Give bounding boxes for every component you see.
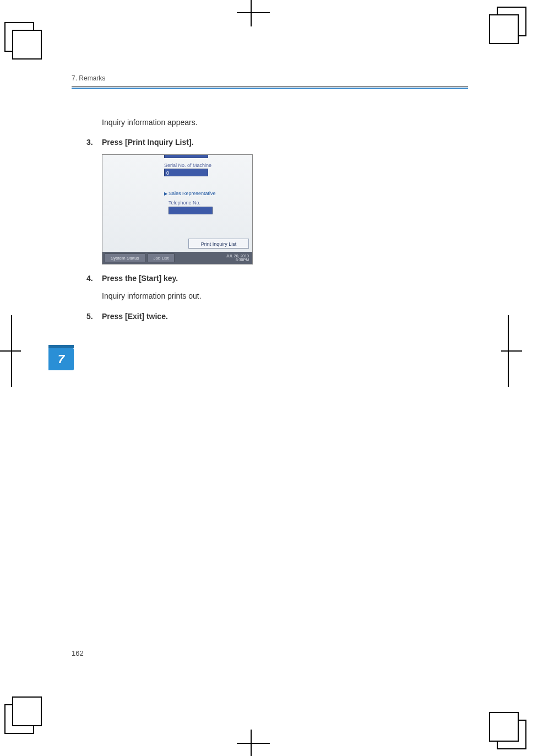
crop-mark <box>0 350 21 352</box>
step-title: Press the [Start] key. <box>102 274 178 283</box>
field-stub <box>164 155 208 158</box>
step-3: 3. Press [Print Inquiry List]. Serial No… <box>102 136 468 264</box>
crop-square <box>489 14 519 44</box>
step-number: 4. <box>86 272 93 284</box>
crop-mark <box>501 350 522 352</box>
crop-mark <box>237 12 270 13</box>
step-4: 4. Press the [Start] key. Inquiry inform… <box>102 272 468 303</box>
device-screenshot: Serial No. of Machine 0 Sales Representa… <box>102 154 253 264</box>
header-rule-accent <box>72 88 468 89</box>
step-title: Press [Exit] twice. <box>102 312 168 321</box>
telephone-field <box>169 207 213 214</box>
step-number: 5. <box>86 310 93 322</box>
crop-mark <box>237 743 270 744</box>
steps-list: 3. Press [Print Inquiry List]. Serial No… <box>102 136 468 322</box>
intro-line: Inquiry information appears. <box>102 116 468 128</box>
header-rule <box>72 86 468 87</box>
device-timestamp: JUL 20, 2010 6:30PM <box>226 254 249 262</box>
serial-value-field: 0 <box>164 169 208 176</box>
step-subtext: Inquiry information prints out. <box>102 290 468 302</box>
device-time: 6:30PM <box>226 258 249 262</box>
crop-square <box>12 696 42 726</box>
chapter-tab: 7 <box>48 348 74 370</box>
device-bottom-bar: System Status Job List JUL 20, 2010 6:30… <box>102 252 252 264</box>
body-text: Inquiry information appears. 3. Press [P… <box>102 116 468 322</box>
sales-rep-section: Sales Representative <box>164 190 216 198</box>
crop-mark <box>251 0 252 26</box>
telephone-label: Telephone No. <box>169 199 200 207</box>
step-5: 5. Press [Exit] twice. <box>102 310 468 322</box>
system-status-tab[interactable]: System Status <box>105 253 145 262</box>
page-number: 162 <box>72 649 84 657</box>
print-inquiry-list-button[interactable]: Print Inquiry List <box>188 239 249 249</box>
running-header: 7. Remarks <box>72 74 468 86</box>
job-list-tab[interactable]: Job List <box>148 253 175 262</box>
step-number: 3. <box>86 136 93 148</box>
crop-square <box>12 30 42 60</box>
device-date: JUL 20, 2010 <box>226 254 249 258</box>
page-content: 7. Remarks Inquiry information appears. … <box>72 74 468 322</box>
step-title: Press [Print Inquiry List]. <box>102 138 193 147</box>
crop-square <box>489 712 519 742</box>
